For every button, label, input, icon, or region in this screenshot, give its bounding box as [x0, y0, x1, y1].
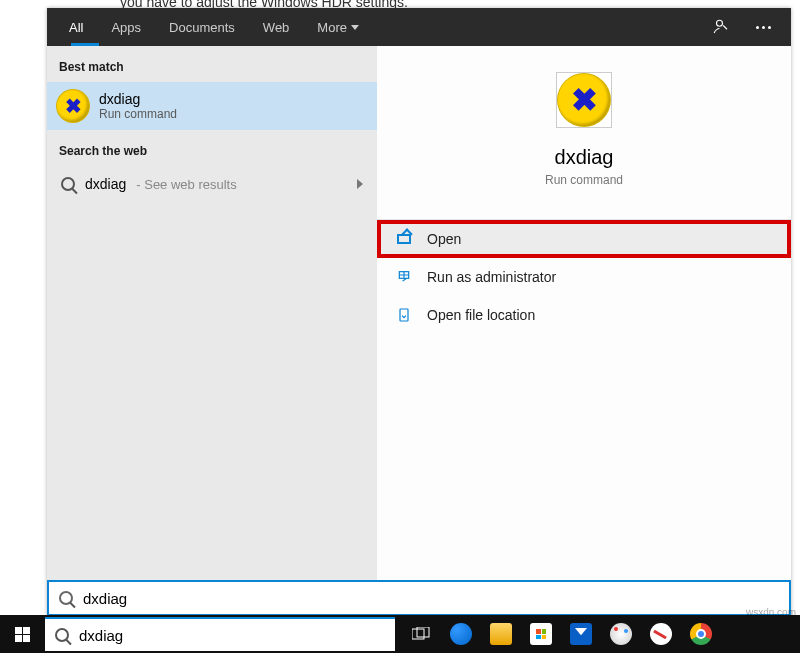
- taskbar-app-chrome[interactable]: [681, 615, 721, 653]
- tab-more-label: More: [317, 20, 347, 35]
- start-button[interactable]: [0, 615, 44, 653]
- chrome-icon: [690, 623, 712, 645]
- flyout-search-box[interactable]: [47, 580, 791, 616]
- taskbar-search-text: dxdiag: [79, 627, 123, 644]
- watermark-text: wsxdn.com: [746, 607, 796, 618]
- taskbar-app-edge[interactable]: [441, 615, 481, 653]
- preview-subtitle: Run command: [545, 173, 623, 187]
- open-icon: [395, 230, 413, 248]
- start-search-flyout: All Apps Documents Web More Best match ✖…: [47, 8, 791, 616]
- search-tabs: All Apps Documents Web More: [47, 8, 791, 46]
- tab-all[interactable]: All: [55, 8, 97, 46]
- search-web-header: Search the web: [47, 130, 377, 166]
- preview-app-icon-frame: ✖: [556, 72, 612, 128]
- task-view-icon: [412, 627, 430, 641]
- best-match-title: dxdiag: [99, 91, 177, 107]
- store-icon: [530, 623, 552, 645]
- flyout-search-input[interactable]: [83, 590, 779, 607]
- svg-point-0: [717, 20, 723, 26]
- snip-icon: [650, 623, 672, 645]
- action-admin-label: Run as administrator: [427, 269, 556, 285]
- tab-web[interactable]: Web: [249, 8, 304, 46]
- action-location-label: Open file location: [427, 307, 535, 323]
- chevron-right-icon: [357, 179, 363, 189]
- taskbar-app-snip[interactable]: [641, 615, 681, 653]
- action-run-as-admin[interactable]: Run as administrator: [377, 258, 791, 296]
- more-options-icon[interactable]: [753, 17, 773, 37]
- svg-rect-2: [400, 309, 408, 321]
- dxdiag-icon: ✖: [57, 90, 89, 122]
- palette-icon: [610, 623, 632, 645]
- feedback-icon[interactable]: [711, 17, 731, 37]
- results-left-column: Best match ✖ dxdiag Run command Search t…: [47, 46, 377, 580]
- action-open-label: Open: [427, 231, 461, 247]
- taskbar: dxdiag: [0, 615, 800, 653]
- folder-icon: [395, 306, 413, 324]
- preview-title: dxdiag: [555, 146, 614, 169]
- search-icon: [61, 177, 75, 191]
- search-icon: [55, 628, 69, 642]
- taskbar-app-paint[interactable]: [601, 615, 641, 653]
- taskbar-app-mail[interactable]: [561, 615, 601, 653]
- taskbar-app-file-explorer[interactable]: [481, 615, 521, 653]
- tab-apps[interactable]: Apps: [97, 8, 155, 46]
- chevron-down-icon: [351, 25, 359, 30]
- shield-icon: [395, 268, 413, 286]
- mail-icon: [570, 623, 592, 645]
- tab-documents[interactable]: Documents: [155, 8, 249, 46]
- dxdiag-icon: ✖: [558, 74, 610, 126]
- web-result-hint: - See web results: [136, 177, 236, 192]
- action-open[interactable]: Open: [377, 220, 791, 258]
- taskbar-pinned-apps: [401, 615, 721, 653]
- web-result-row[interactable]: dxdiag - See web results: [47, 166, 377, 202]
- taskbar-search-box[interactable]: dxdiag: [45, 617, 395, 651]
- action-open-file-location[interactable]: Open file location: [377, 296, 791, 334]
- web-result-query: dxdiag: [85, 176, 126, 192]
- windows-logo-icon: [15, 627, 30, 642]
- edge-icon: [450, 623, 472, 645]
- best-match-subtitle: Run command: [99, 107, 177, 121]
- search-icon: [59, 591, 73, 605]
- taskbar-app-store[interactable]: [521, 615, 561, 653]
- preview-right-column: ✖ dxdiag Run command Open Run as adminis…: [377, 46, 791, 580]
- task-view-button[interactable]: [401, 615, 441, 653]
- best-match-header: Best match: [47, 46, 377, 82]
- best-match-result[interactable]: ✖ dxdiag Run command: [47, 82, 377, 130]
- preview-actions: Open Run as administrator Open file loca…: [377, 219, 791, 334]
- file-explorer-icon: [490, 623, 512, 645]
- tab-more[interactable]: More: [303, 8, 373, 46]
